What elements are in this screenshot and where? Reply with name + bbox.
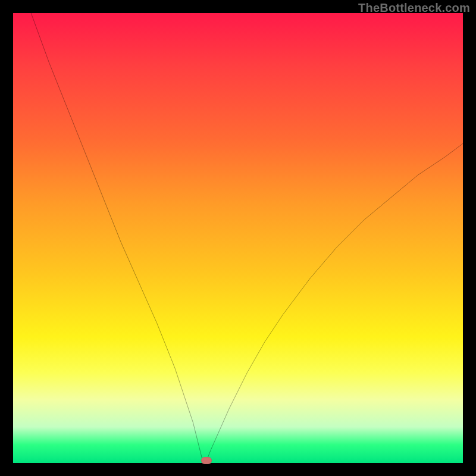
watermark-text: TheBottleneck.com (358, 1, 470, 15)
plot-area (13, 13, 463, 463)
optimal-point-marker (201, 457, 212, 464)
curve-layer (13, 13, 463, 463)
chart-frame: TheBottleneck.com (0, 0, 476, 476)
bottleneck-curve (31, 13, 463, 461)
